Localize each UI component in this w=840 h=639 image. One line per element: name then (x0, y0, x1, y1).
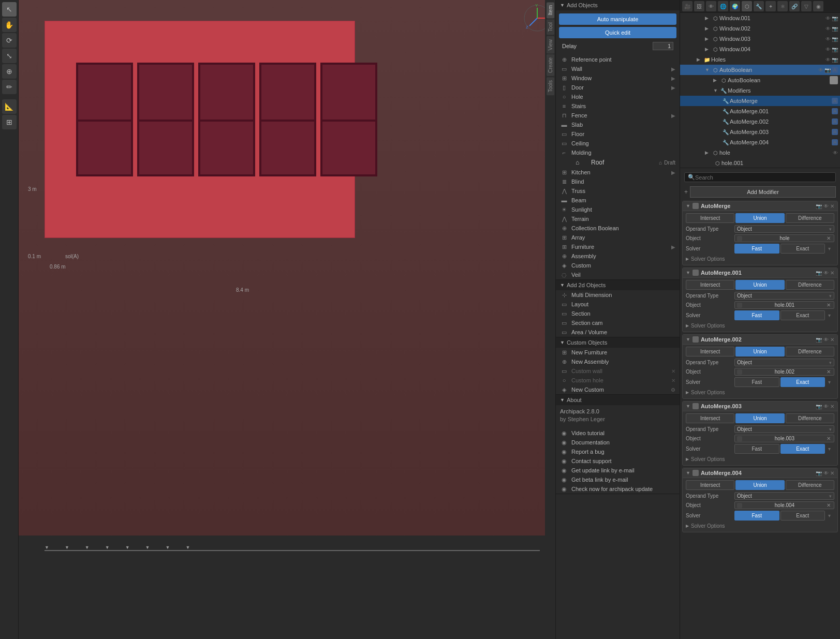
menu-new-assembly[interactable]: ⊕ New Assembly (556, 357, 680, 366)
props-icon-constraints[interactable]: 🔗 (789, 1, 800, 11)
props-icon-object[interactable]: ⬡ (742, 1, 752, 11)
menu-section-cam[interactable]: ▭ Section cam (556, 318, 680, 328)
side-tab-tools[interactable]: Tools (547, 77, 554, 95)
op-difference-1[interactable]: Difference (786, 280, 834, 290)
tree-autoboolean-inner[interactable]: ▶ ⬡ AutoBoolean (680, 75, 840, 85)
object-close-2[interactable]: ✕ (826, 369, 832, 375)
holes-render[interactable]: 📷 (832, 57, 838, 63)
op-union-4[interactable]: Union (735, 480, 784, 490)
mod-001-cam[interactable]: 📷 (816, 270, 822, 276)
op-intersect-4[interactable]: Intersect (686, 480, 734, 490)
delay-input[interactable] (653, 42, 673, 50)
menu-multi-dimension[interactable]: ⊹ Multi Dimension (556, 290, 680, 300)
solver-exact-3[interactable]: Exact (780, 444, 826, 454)
menu-slab[interactable]: ▬ Slab (556, 120, 680, 129)
op-union-0[interactable]: Union (735, 213, 784, 223)
vis-icon-2[interactable]: 👁 (826, 26, 831, 32)
solver-options-2[interactable]: Solver Options (686, 389, 834, 396)
mod-cam-icon[interactable]: 📷 (816, 203, 822, 209)
about-header[interactable]: ▼ About (556, 395, 680, 405)
mod-002-close[interactable]: ✕ (830, 337, 834, 343)
mod-002-vis[interactable]: 👁 (823, 337, 829, 343)
object-value-3[interactable]: hole.003 ✕ (734, 435, 834, 442)
add-2d-header[interactable]: ▼ Add 2d Objects (556, 280, 680, 290)
ab-render[interactable]: 📷 (824, 67, 831, 73)
vis-icon[interactable]: 👁 (826, 16, 831, 21)
props-icon-modifier[interactable]: 🔧 (754, 1, 764, 11)
solver-fast-2[interactable]: Fast (734, 377, 779, 387)
op-difference-4[interactable]: Difference (786, 480, 834, 490)
mod-close-icon[interactable]: ✕ (830, 203, 834, 209)
op-union-2[interactable]: Union (735, 347, 784, 356)
rotate-tool[interactable]: ⟳ (2, 33, 17, 48)
custom-wall-close[interactable]: ✕ (671, 368, 675, 374)
props-icon-scene[interactable]: 🌐 (718, 1, 728, 11)
props-icon-data[interactable]: ▽ (801, 1, 812, 11)
mod-004-close[interactable]: ✕ (830, 470, 834, 476)
tree-hole-001[interactable]: ⬡ hole.001 (680, 158, 840, 168)
operand-type-value-1[interactable]: Object ▾ (734, 292, 834, 300)
quick-edit-btn[interactable]: Quick edit (559, 27, 676, 38)
mod-003-vis[interactable]: 👁 (823, 404, 829, 409)
op-difference-0[interactable]: Difference (786, 213, 834, 223)
menu-sunlight[interactable]: ☀ Sunlight (556, 205, 680, 214)
menu-reference-point[interactable]: ⊕ Reference point (556, 55, 680, 64)
tree-automerge-003[interactable]: 🔧 AutoMerge.003 A (680, 127, 840, 137)
menu-contact-support[interactable]: ◉ Contact support (556, 456, 680, 466)
mod-004-cam[interactable]: 📷 (816, 470, 822, 476)
side-tab-create[interactable]: Create (547, 54, 554, 76)
menu-video-tutorial[interactable]: ◉ Video tutorial (556, 428, 680, 438)
operand-type-value-0[interactable]: Object ▾ (734, 225, 834, 233)
mod-004-vis[interactable]: 👁 (823, 470, 829, 476)
menu-blind[interactable]: ≣ Blind (556, 177, 680, 186)
solver-exact-1[interactable]: Exact (780, 310, 826, 320)
render-icon[interactable]: 📷 (832, 16, 838, 21)
vis-icon-3[interactable]: 👁 (826, 36, 831, 42)
menu-assembly[interactable]: ⊕ Assembly (556, 251, 680, 261)
solver-options-0[interactable]: Solver Options (686, 255, 834, 263)
menu-documentation[interactable]: ◉ Documentation (556, 438, 680, 447)
object-close-3[interactable]: ✕ (826, 436, 832, 441)
measure-tool[interactable]: 📐 (2, 99, 17, 114)
mod-001-vis[interactable]: 👁 (823, 270, 829, 276)
tree-holes[interactable]: ▶ 📁 Holes 👁 📷 (680, 54, 840, 65)
menu-ceiling[interactable]: ▭ Ceiling (556, 139, 680, 148)
tree-automerge-001[interactable]: 🔧 AutoMerge.001 A (680, 106, 840, 116)
menu-stairs[interactable]: ≡ Stairs (556, 101, 680, 111)
solver-exact-4[interactable]: Exact (780, 511, 826, 521)
ab-vis[interactable]: 👁 (818, 67, 823, 73)
menu-window[interactable]: ⊞ Window ▶ (556, 73, 680, 83)
operand-type-value-4[interactable]: Object ▾ (734, 492, 834, 500)
op-intersect-2[interactable]: Intersect (686, 347, 734, 356)
menu-new-furniture[interactable]: ⊞ New Furniture (556, 348, 680, 357)
annotate-tool[interactable]: ✏ (2, 80, 17, 94)
object-value-1[interactable]: hole.001 ✕ (734, 301, 834, 309)
tree-window-001[interactable]: ▶ ⬡ Window.001 👁 📷 (680, 13, 840, 23)
custom-objects-header[interactable]: ▼ Custom Objects (556, 337, 680, 348)
render-icon-2[interactable]: 📷 (832, 26, 838, 32)
side-tab-item[interactable]: Item (547, 2, 554, 18)
menu-custom[interactable]: ◈ Custom (556, 261, 680, 270)
menu-wall[interactable]: ▭ Wall ▶ (556, 64, 680, 73)
solver-options-3[interactable]: Solver Options (686, 455, 834, 463)
mod-001-close[interactable]: ✕ (830, 270, 834, 276)
props-icon-output[interactable]: 🖼 (694, 1, 704, 11)
op-intersect-3[interactable]: Intersect (686, 413, 734, 423)
auto-manipulate-btn[interactable]: Auto manipulate (559, 13, 676, 25)
props-icon-world[interactable]: 🌍 (730, 1, 740, 11)
menu-furniture[interactable]: ⊞ Furniture ▶ (556, 242, 680, 251)
scale-tool[interactable]: ⤡ (2, 49, 17, 63)
tree-modifiers[interactable]: ▼ 🔧 Modifiers (680, 85, 840, 96)
menu-terrain[interactable]: ⋀ Terrain (556, 214, 680, 224)
mod-003-cam[interactable]: 📷 (816, 404, 822, 409)
menu-beam[interactable]: ▬ Beam (556, 196, 680, 205)
render-icon-3[interactable]: 📷 (832, 36, 838, 42)
solver-exact-0[interactable]: Exact (780, 244, 826, 254)
object-value-0[interactable]: hole ✕ (734, 234, 834, 242)
menu-report-bug[interactable]: ◉ Report a bug (556, 447, 680, 456)
move-tool[interactable]: ✋ (2, 18, 17, 32)
props-icon-view[interactable]: 👁 (706, 1, 716, 11)
side-tab-view[interactable]: View (547, 36, 554, 54)
tree-window-003[interactable]: ▶ ⬡ Window.003 👁 📷 (680, 34, 840, 44)
menu-veil[interactable]: ◌ Veil (556, 270, 680, 279)
